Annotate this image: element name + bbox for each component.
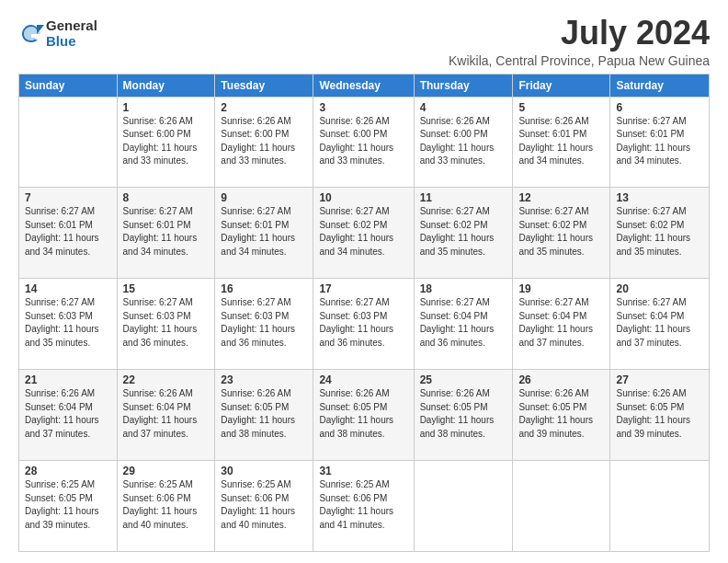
day-number: 4	[420, 101, 507, 114]
calendar-cell: 13Sunrise: 6:27 AM Sunset: 6:02 PM Dayli…	[610, 188, 710, 279]
calendar-cell: 8Sunrise: 6:27 AM Sunset: 6:01 PM Daylig…	[117, 188, 215, 279]
day-number: 17	[319, 282, 407, 295]
calendar-cell: 29Sunrise: 6:25 AM Sunset: 6:06 PM Dayli…	[117, 461, 215, 552]
day-number: 19	[518, 282, 604, 295]
day-info: Sunrise: 6:26 AM Sunset: 6:04 PM Dayligh…	[123, 387, 210, 441]
calendar-cell: 28Sunrise: 6:25 AM Sunset: 6:05 PM Dayli…	[19, 461, 118, 552]
calendar-header-row: Sunday Monday Tuesday Wednesday Thursday…	[19, 74, 710, 97]
calendar-week-5: 28Sunrise: 6:25 AM Sunset: 6:05 PM Dayli…	[19, 461, 710, 552]
day-info: Sunrise: 6:27 AM Sunset: 6:02 PM Dayligh…	[616, 205, 703, 259]
calendar-cell: 21Sunrise: 6:26 AM Sunset: 6:04 PM Dayli…	[19, 370, 118, 461]
day-number: 18	[420, 282, 507, 295]
day-number: 24	[319, 373, 407, 386]
day-info: Sunrise: 6:27 AM Sunset: 6:03 PM Dayligh…	[319, 296, 407, 350]
calendar-cell: 11Sunrise: 6:27 AM Sunset: 6:02 PM Dayli…	[414, 188, 513, 279]
day-number: 26	[518, 373, 604, 386]
day-info: Sunrise: 6:25 AM Sunset: 6:06 PM Dayligh…	[319, 478, 407, 532]
header: General Blue July 2024 Kwikila, Central …	[18, 15, 710, 68]
day-number: 11	[420, 191, 507, 204]
calendar-cell: 12Sunrise: 6:27 AM Sunset: 6:02 PM Dayli…	[513, 188, 610, 279]
day-info: Sunrise: 6:26 AM Sunset: 6:00 PM Dayligh…	[319, 115, 407, 168]
calendar-cell: 10Sunrise: 6:27 AM Sunset: 6:02 PM Dayli…	[313, 188, 414, 279]
calendar-cell: 4Sunrise: 6:26 AM Sunset: 6:00 PM Daylig…	[414, 97, 513, 188]
day-info: Sunrise: 6:27 AM Sunset: 6:02 PM Dayligh…	[420, 205, 507, 259]
day-info: Sunrise: 6:25 AM Sunset: 6:06 PM Dayligh…	[123, 478, 210, 532]
day-number: 12	[518, 191, 604, 204]
logo-general-label: General	[46, 18, 97, 34]
day-info: Sunrise: 6:26 AM Sunset: 6:05 PM Dayligh…	[221, 387, 307, 441]
calendar-cell: 15Sunrise: 6:27 AM Sunset: 6:03 PM Dayli…	[117, 279, 215, 370]
day-info: Sunrise: 6:27 AM Sunset: 6:04 PM Dayligh…	[616, 296, 703, 350]
calendar-cell: 23Sunrise: 6:26 AM Sunset: 6:05 PM Dayli…	[215, 370, 313, 461]
day-number: 7	[25, 191, 111, 204]
day-info: Sunrise: 6:25 AM Sunset: 6:06 PM Dayligh…	[221, 478, 307, 532]
calendar-cell	[19, 97, 118, 188]
calendar-cell: 2Sunrise: 6:26 AM Sunset: 6:00 PM Daylig…	[215, 97, 313, 188]
page: General Blue July 2024 Kwikila, Central …	[0, 0, 728, 563]
calendar-cell: 22Sunrise: 6:26 AM Sunset: 6:04 PM Dayli…	[117, 370, 215, 461]
calendar-cell: 31Sunrise: 6:25 AM Sunset: 6:06 PM Dayli…	[313, 461, 414, 552]
calendar-cell: 20Sunrise: 6:27 AM Sunset: 6:04 PM Dayli…	[610, 279, 710, 370]
calendar-cell: 24Sunrise: 6:26 AM Sunset: 6:05 PM Dayli…	[313, 370, 414, 461]
calendar-cell	[513, 461, 610, 552]
header-sunday: Sunday	[19, 74, 118, 97]
day-number: 27	[616, 373, 703, 386]
location-subtitle: Kwikila, Central Province, Papua New Gui…	[449, 53, 710, 68]
calendar-cell: 30Sunrise: 6:25 AM Sunset: 6:06 PM Dayli…	[215, 461, 313, 552]
day-number: 15	[123, 282, 210, 295]
logo-blue-label: Blue	[46, 34, 97, 50]
day-info: Sunrise: 6:27 AM Sunset: 6:01 PM Dayligh…	[123, 205, 210, 259]
day-info: Sunrise: 6:25 AM Sunset: 6:05 PM Dayligh…	[25, 478, 111, 532]
day-info: Sunrise: 6:27 AM Sunset: 6:03 PM Dayligh…	[221, 296, 307, 350]
day-info: Sunrise: 6:26 AM Sunset: 6:00 PM Dayligh…	[123, 115, 210, 168]
day-number: 3	[319, 101, 407, 114]
title-block: July 2024 Kwikila, Central Province, Pap…	[449, 15, 710, 68]
day-number: 20	[616, 282, 703, 295]
logo-icon	[18, 21, 44, 47]
header-thursday: Thursday	[414, 74, 513, 97]
calendar-cell: 1Sunrise: 6:26 AM Sunset: 6:00 PM Daylig…	[117, 97, 215, 188]
day-info: Sunrise: 6:26 AM Sunset: 6:05 PM Dayligh…	[420, 387, 507, 441]
day-number: 6	[616, 101, 703, 114]
day-number: 16	[221, 282, 307, 295]
day-info: Sunrise: 6:27 AM Sunset: 6:02 PM Dayligh…	[319, 205, 407, 259]
day-number: 10	[319, 191, 407, 204]
header-friday: Friday	[513, 74, 610, 97]
calendar-cell: 14Sunrise: 6:27 AM Sunset: 6:03 PM Dayli…	[19, 279, 118, 370]
calendar-cell: 18Sunrise: 6:27 AM Sunset: 6:04 PM Dayli…	[414, 279, 513, 370]
month-year-title: July 2024	[449, 15, 710, 52]
day-number: 28	[25, 465, 111, 477]
header-saturday: Saturday	[610, 74, 710, 97]
calendar-cell: 7Sunrise: 6:27 AM Sunset: 6:01 PM Daylig…	[19, 188, 118, 279]
day-number: 9	[221, 191, 307, 204]
calendar-cell: 5Sunrise: 6:26 AM Sunset: 6:01 PM Daylig…	[513, 97, 610, 188]
day-number: 1	[123, 101, 210, 114]
day-info: Sunrise: 6:27 AM Sunset: 6:01 PM Dayligh…	[616, 115, 703, 168]
day-number: 14	[25, 282, 111, 295]
calendar-week-2: 7Sunrise: 6:27 AM Sunset: 6:01 PM Daylig…	[19, 188, 710, 279]
calendar-cell: 17Sunrise: 6:27 AM Sunset: 6:03 PM Dayli…	[313, 279, 414, 370]
day-info: Sunrise: 6:27 AM Sunset: 6:02 PM Dayligh…	[518, 205, 604, 259]
calendar-cell: 25Sunrise: 6:26 AM Sunset: 6:05 PM Dayli…	[414, 370, 513, 461]
day-number: 23	[221, 373, 307, 386]
header-tuesday: Tuesday	[215, 74, 313, 97]
day-info: Sunrise: 6:27 AM Sunset: 6:03 PM Dayligh…	[123, 296, 210, 350]
calendar-cell	[414, 461, 513, 552]
day-info: Sunrise: 6:26 AM Sunset: 6:04 PM Dayligh…	[25, 387, 111, 441]
calendar-cell: 27Sunrise: 6:26 AM Sunset: 6:05 PM Dayli…	[610, 370, 710, 461]
day-info: Sunrise: 6:27 AM Sunset: 6:01 PM Dayligh…	[25, 205, 111, 259]
day-number: 31	[319, 465, 407, 477]
header-monday: Monday	[117, 74, 215, 97]
logo: General Blue	[18, 18, 97, 49]
day-info: Sunrise: 6:26 AM Sunset: 6:05 PM Dayligh…	[616, 387, 703, 441]
calendar-cell: 6Sunrise: 6:27 AM Sunset: 6:01 PM Daylig…	[610, 97, 710, 188]
calendar-week-1: 1Sunrise: 6:26 AM Sunset: 6:00 PM Daylig…	[19, 97, 710, 188]
day-info: Sunrise: 6:26 AM Sunset: 6:00 PM Dayligh…	[221, 115, 307, 168]
calendar-cell: 19Sunrise: 6:27 AM Sunset: 6:04 PM Dayli…	[513, 279, 610, 370]
day-number: 30	[221, 465, 307, 477]
calendar-cell: 9Sunrise: 6:27 AM Sunset: 6:01 PM Daylig…	[215, 188, 313, 279]
day-number: 21	[25, 373, 111, 386]
header-wednesday: Wednesday	[313, 74, 414, 97]
day-info: Sunrise: 6:26 AM Sunset: 6:05 PM Dayligh…	[319, 387, 407, 441]
calendar-week-3: 14Sunrise: 6:27 AM Sunset: 6:03 PM Dayli…	[19, 279, 710, 370]
